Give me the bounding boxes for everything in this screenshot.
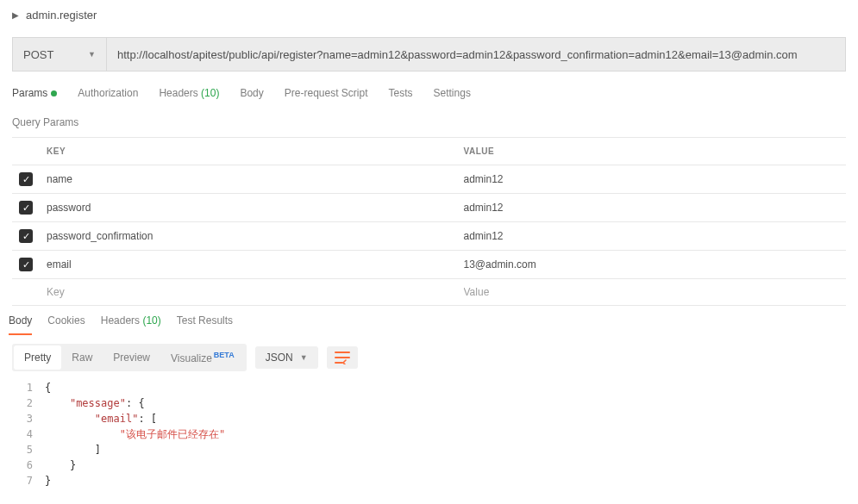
table-row: ✓ (12, 222, 846, 251)
params-table: KEY VALUE ✓ ✓ ✓ ✓ (12, 137, 846, 306)
key-input[interactable] (47, 258, 450, 271)
table-row-new (12, 279, 846, 306)
tab-headers[interactable]: Headers (10) (159, 87, 219, 104)
key-input[interactable] (47, 202, 450, 214)
response-source[interactable]: { "message": { "email": [ "该电子邮件已经存在" ] … (45, 380, 846, 488)
resp-tab-cookies[interactable]: Cookies (47, 314, 85, 335)
checkbox[interactable]: ✓ (19, 172, 33, 186)
value-input-new[interactable] (464, 286, 840, 298)
chevron-down-icon: ▼ (88, 50, 96, 59)
tab-tests[interactable]: Tests (389, 87, 413, 104)
resp-tab-headers[interactable]: Headers (10) (101, 314, 161, 335)
chevron-down-icon: ▼ (300, 353, 308, 362)
value-header: VALUE (457, 138, 847, 165)
request-name: admin.register (26, 9, 97, 22)
method-value: POST (23, 48, 53, 61)
params-modified-dot (51, 90, 57, 96)
value-input[interactable] (464, 173, 840, 185)
view-raw[interactable]: Raw (61, 345, 103, 370)
key-header: KEY (40, 138, 457, 165)
key-input-new[interactable] (47, 286, 450, 298)
collapse-icon[interactable]: ▶ (12, 10, 19, 20)
view-mode-group: Pretty Raw Preview VisualizeBETA (12, 344, 247, 371)
view-visualize[interactable]: VisualizeBETA (160, 345, 245, 370)
method-select[interactable]: POST ▼ (12, 37, 107, 72)
query-params-label: Query Params (0, 104, 858, 137)
response-body: 1234567 { "message": { "email": [ "该电子邮件… (0, 380, 858, 502)
view-preview[interactable]: Preview (103, 345, 160, 370)
beta-badge: BETA (214, 351, 235, 359)
value-input[interactable] (464, 202, 840, 214)
url-input[interactable] (107, 37, 846, 72)
line-gutter: 1234567 (0, 380, 45, 488)
format-select[interactable]: JSON ▼ (255, 346, 318, 369)
wrap-button[interactable] (327, 346, 358, 369)
table-row: ✓ (12, 165, 846, 194)
tab-settings[interactable]: Settings (434, 87, 471, 104)
request-tabs: Params Authorization Headers (10) Body P… (0, 72, 858, 104)
key-input[interactable] (47, 230, 450, 242)
resp-tab-body[interactable]: Body (9, 314, 32, 335)
key-input[interactable] (47, 173, 450, 185)
view-pretty[interactable]: Pretty (14, 345, 61, 370)
table-row: ✓ (12, 251, 846, 279)
response-tabs: Body Cookies Headers (10) Test Results (0, 306, 858, 335)
tab-prerequest[interactable]: Pre-request Script (285, 87, 368, 104)
value-input[interactable] (464, 258, 840, 271)
checkbox[interactable]: ✓ (19, 201, 33, 215)
resp-tab-tests[interactable]: Test Results (177, 314, 233, 335)
checkbox[interactable]: ✓ (19, 229, 33, 243)
checkbox[interactable]: ✓ (19, 258, 33, 271)
tab-body[interactable]: Body (240, 87, 263, 104)
value-input[interactable] (464, 230, 840, 242)
tab-authorization[interactable]: Authorization (78, 87, 138, 104)
tab-params[interactable]: Params (12, 87, 57, 104)
wrap-icon (335, 351, 350, 364)
table-row: ✓ (12, 194, 846, 222)
